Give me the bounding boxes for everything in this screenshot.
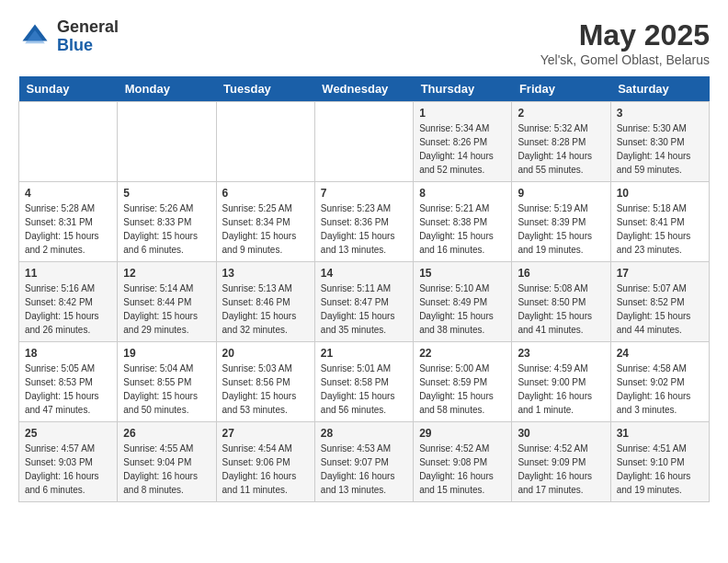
- calendar-cell: 26Sunrise: 4:55 AM Sunset: 9:04 PM Dayli…: [118, 422, 216, 502]
- calendar-header-row: SundayMondayTuesdayWednesdayThursdayFrid…: [19, 76, 710, 102]
- day-info: Sunrise: 4:59 AM Sunset: 9:00 PM Dayligh…: [518, 362, 604, 417]
- day-number: 24: [617, 347, 703, 360]
- day-number: 9: [518, 187, 604, 200]
- day-info: Sunrise: 5:34 AM Sunset: 8:26 PM Dayligh…: [419, 121, 506, 177]
- calendar-cell: 23Sunrise: 4:59 AM Sunset: 9:00 PM Dayli…: [512, 342, 610, 422]
- day-number: 27: [222, 427, 309, 440]
- calendar-cell: 27Sunrise: 4:54 AM Sunset: 9:06 PM Dayli…: [216, 422, 314, 502]
- day-number: 30: [518, 427, 604, 440]
- calendar-cell: 21Sunrise: 5:01 AM Sunset: 8:58 PM Dayli…: [314, 342, 413, 422]
- day-info: Sunrise: 5:30 AM Sunset: 8:30 PM Dayligh…: [617, 121, 703, 177]
- calendar-cell: [314, 102, 413, 182]
- day-number: 11: [25, 267, 111, 280]
- month-title: May 2025: [540, 18, 710, 52]
- day-info: Sunrise: 5:11 AM Sunset: 8:47 PM Dayligh…: [321, 282, 407, 337]
- calendar-cell: 2Sunrise: 5:32 AM Sunset: 8:28 PM Daylig…: [512, 102, 610, 182]
- day-number: 14: [321, 267, 407, 280]
- day-number: 22: [419, 347, 506, 360]
- calendar-week-row: 11Sunrise: 5:16 AM Sunset: 8:42 PM Dayli…: [19, 262, 710, 342]
- day-info: Sunrise: 5:04 AM Sunset: 8:55 PM Dayligh…: [123, 362, 210, 417]
- day-number: 23: [518, 347, 604, 360]
- day-info: Sunrise: 5:21 AM Sunset: 8:38 PM Dayligh…: [419, 201, 506, 257]
- calendar-cell: 8Sunrise: 5:21 AM Sunset: 8:38 PM Daylig…: [414, 182, 512, 262]
- header-saturday: Saturday: [610, 76, 709, 102]
- day-number: 15: [419, 267, 506, 280]
- calendar-cell: 31Sunrise: 4:51 AM Sunset: 9:10 PM Dayli…: [610, 422, 709, 502]
- calendar-cell: 6Sunrise: 5:25 AM Sunset: 8:34 PM Daylig…: [216, 182, 314, 262]
- day-info: Sunrise: 5:25 AM Sunset: 8:34 PM Dayligh…: [222, 201, 309, 257]
- calendar-cell: 16Sunrise: 5:08 AM Sunset: 8:50 PM Dayli…: [512, 262, 610, 342]
- day-info: Sunrise: 4:54 AM Sunset: 9:06 PM Dayligh…: [222, 442, 309, 497]
- day-number: 25: [25, 427, 111, 440]
- calendar-cell: 22Sunrise: 5:00 AM Sunset: 8:59 PM Dayli…: [414, 342, 512, 422]
- header-monday: Monday: [118, 76, 216, 102]
- logo-icon: [18, 20, 51, 53]
- day-info: Sunrise: 5:18 AM Sunset: 8:41 PM Dayligh…: [617, 201, 703, 257]
- day-number: 6: [222, 187, 309, 200]
- day-info: Sunrise: 4:57 AM Sunset: 9:03 PM Dayligh…: [25, 442, 111, 497]
- day-number: 12: [123, 267, 210, 280]
- calendar-cell: 10Sunrise: 5:18 AM Sunset: 8:41 PM Dayli…: [610, 182, 709, 262]
- calendar-cell: 7Sunrise: 5:23 AM Sunset: 8:36 PM Daylig…: [314, 182, 413, 262]
- day-number: 5: [123, 187, 210, 200]
- calendar-cell: 13Sunrise: 5:13 AM Sunset: 8:46 PM Dayli…: [216, 262, 314, 342]
- day-info: Sunrise: 4:52 AM Sunset: 9:08 PM Dayligh…: [419, 442, 506, 497]
- header-sunday: Sunday: [19, 76, 118, 102]
- day-number: 10: [617, 187, 703, 200]
- page-header: General Blue May 2025 Yel'sk, Gomel Obla…: [18, 18, 710, 67]
- day-info: Sunrise: 4:51 AM Sunset: 9:10 PM Dayligh…: [617, 442, 703, 497]
- day-number: 26: [123, 427, 210, 440]
- day-info: Sunrise: 4:52 AM Sunset: 9:09 PM Dayligh…: [518, 442, 604, 497]
- location-subtitle: Yel'sk, Gomel Oblast, Belarus: [540, 52, 710, 67]
- calendar-cell: 17Sunrise: 5:07 AM Sunset: 8:52 PM Dayli…: [610, 262, 709, 342]
- calendar-cell: [216, 102, 314, 182]
- calendar-cell: [118, 102, 216, 182]
- day-number: 3: [617, 107, 703, 120]
- calendar-cell: 20Sunrise: 5:03 AM Sunset: 8:56 PM Dayli…: [216, 342, 314, 422]
- day-number: 18: [25, 347, 111, 360]
- header-wednesday: Wednesday: [314, 76, 413, 102]
- day-number: 19: [123, 347, 210, 360]
- calendar-week-row: 1Sunrise: 5:34 AM Sunset: 8:26 PM Daylig…: [19, 102, 710, 182]
- calendar-cell: 1Sunrise: 5:34 AM Sunset: 8:26 PM Daylig…: [414, 102, 512, 182]
- day-info: Sunrise: 5:14 AM Sunset: 8:44 PM Dayligh…: [123, 282, 210, 337]
- day-number: 7: [321, 187, 407, 200]
- day-info: Sunrise: 5:05 AM Sunset: 8:53 PM Dayligh…: [25, 362, 111, 417]
- day-info: Sunrise: 5:19 AM Sunset: 8:39 PM Dayligh…: [518, 201, 604, 257]
- calendar-cell: 24Sunrise: 4:58 AM Sunset: 9:02 PM Dayli…: [610, 342, 709, 422]
- logo-text: General Blue: [57, 18, 119, 55]
- day-number: 20: [222, 347, 309, 360]
- day-info: Sunrise: 5:08 AM Sunset: 8:50 PM Dayligh…: [518, 282, 604, 337]
- day-number: 21: [321, 347, 407, 360]
- calendar-cell: 19Sunrise: 5:04 AM Sunset: 8:55 PM Dayli…: [118, 342, 216, 422]
- day-number: 16: [518, 267, 604, 280]
- day-info: Sunrise: 5:01 AM Sunset: 8:58 PM Dayligh…: [321, 362, 407, 417]
- logo: General Blue: [18, 18, 119, 55]
- day-info: Sunrise: 5:03 AM Sunset: 8:56 PM Dayligh…: [222, 362, 309, 417]
- header-friday: Friday: [512, 76, 610, 102]
- calendar-week-row: 25Sunrise: 4:57 AM Sunset: 9:03 PM Dayli…: [19, 422, 710, 502]
- day-number: 17: [617, 267, 703, 280]
- header-thursday: Thursday: [414, 76, 512, 102]
- day-info: Sunrise: 5:16 AM Sunset: 8:42 PM Dayligh…: [25, 282, 111, 337]
- calendar-cell: 29Sunrise: 4:52 AM Sunset: 9:08 PM Dayli…: [414, 422, 512, 502]
- calendar-cell: 30Sunrise: 4:52 AM Sunset: 9:09 PM Dayli…: [512, 422, 610, 502]
- calendar-cell: 12Sunrise: 5:14 AM Sunset: 8:44 PM Dayli…: [118, 262, 216, 342]
- day-number: 28: [321, 427, 407, 440]
- day-info: Sunrise: 5:23 AM Sunset: 8:36 PM Dayligh…: [321, 201, 407, 257]
- day-number: 29: [419, 427, 506, 440]
- header-tuesday: Tuesday: [216, 76, 314, 102]
- day-info: Sunrise: 5:13 AM Sunset: 8:46 PM Dayligh…: [222, 282, 309, 337]
- day-number: 13: [222, 267, 309, 280]
- day-number: 8: [419, 187, 506, 200]
- day-number: 1: [419, 107, 506, 120]
- calendar-cell: 25Sunrise: 4:57 AM Sunset: 9:03 PM Dayli…: [19, 422, 118, 502]
- calendar-week-row: 4Sunrise: 5:28 AM Sunset: 8:31 PM Daylig…: [19, 182, 710, 262]
- calendar-cell: 9Sunrise: 5:19 AM Sunset: 8:39 PM Daylig…: [512, 182, 610, 262]
- calendar-cell: 28Sunrise: 4:53 AM Sunset: 9:07 PM Dayli…: [314, 422, 413, 502]
- day-number: 4: [25, 187, 111, 200]
- calendar-cell: 5Sunrise: 5:26 AM Sunset: 8:33 PM Daylig…: [118, 182, 216, 262]
- calendar-cell: 3Sunrise: 5:30 AM Sunset: 8:30 PM Daylig…: [610, 102, 709, 182]
- calendar-cell: [19, 102, 118, 182]
- calendar-cell: 14Sunrise: 5:11 AM Sunset: 8:47 PM Dayli…: [314, 262, 413, 342]
